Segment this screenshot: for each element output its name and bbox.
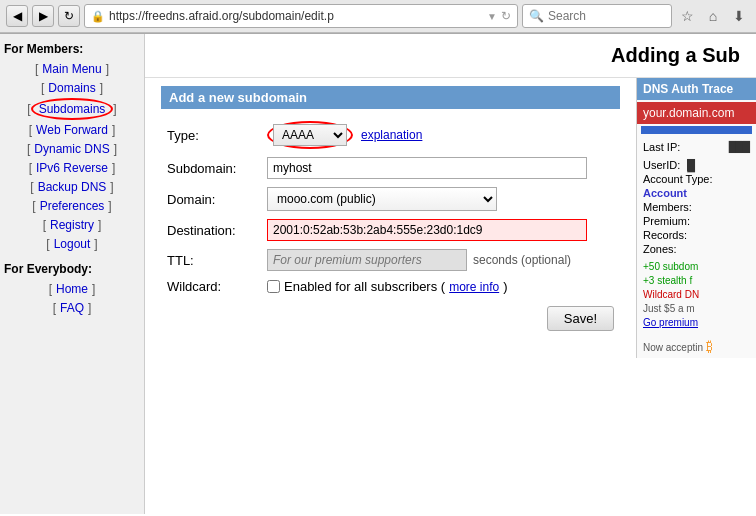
sidebar-item-domains[interactable]: Domains	[44, 79, 99, 97]
wildcard-more-info-link[interactable]: more info	[449, 280, 499, 294]
type-select-circle: AAAA A CNAME MX NS TXT	[267, 121, 353, 149]
ttl-input[interactable]	[267, 249, 467, 271]
reload-button[interactable]: ↻	[58, 5, 80, 27]
right-panel: DNS Auth Trace your.domain.com Last IP: …	[636, 78, 756, 358]
explanation-link[interactable]: explanation	[361, 128, 422, 142]
sidebar-item-dynamic-dns[interactable]: Dynamic DNS	[30, 140, 113, 158]
dns-domain-box: your.domain.com	[637, 102, 756, 124]
sidebar-item-ipv6-reverse[interactable]: IPv6 Reverse	[32, 159, 112, 177]
dropdown-icon: ▼	[487, 11, 497, 22]
bitcoin-icon: ₿	[706, 338, 713, 354]
main-body: Add a new subdomain Type: AAAA A CNAME	[145, 78, 756, 358]
records-row: Records:	[637, 228, 756, 242]
dns-bar	[641, 126, 752, 134]
type-select[interactable]: AAAA A CNAME MX NS TXT	[273, 124, 347, 146]
wildcard-row: Wildcard: Enabled for all subscribers (m…	[161, 275, 620, 298]
sidebar-row-registry: [ Registry ]	[4, 216, 140, 234]
dns-auth-title: DNS Auth Trace	[637, 78, 756, 100]
members-section-title: For Members:	[4, 42, 140, 56]
bookmark-star-icon[interactable]: ☆	[676, 5, 698, 27]
sidebar-item-registry[interactable]: Registry	[46, 216, 98, 234]
promo-line-1: +3 stealth f	[643, 274, 750, 288]
home-icon[interactable]: ⌂	[702, 5, 724, 27]
sidebar-row-logout: [ Logout ]	[4, 235, 140, 253]
destination-row: Destination:	[161, 215, 620, 245]
type-select-wrapper: AAAA A CNAME MX NS TXT explanation	[267, 121, 614, 149]
address-text: https://freedns.afraid.org/subdomain/edi…	[109, 9, 483, 23]
sidebar-item-main-menu[interactable]: Main Menu	[38, 60, 105, 78]
sidebar-item-backup-dns[interactable]: Backup DNS	[34, 178, 111, 196]
subdomain-label: Subdomain:	[161, 153, 261, 183]
bitcoin-text: Now acceptin	[643, 342, 703, 353]
sidebar-item-subdomains[interactable]: Subdomains	[31, 98, 114, 120]
members-row: Members:	[637, 200, 756, 214]
promo-line-2: Wildcard DN	[643, 288, 750, 302]
bitcoin-notice: Now acceptin ₿	[637, 334, 756, 358]
subdomain-row: Subdomain:	[161, 153, 620, 183]
search-bar[interactable]: 🔍	[522, 4, 672, 28]
zones-label: Zones:	[643, 243, 677, 255]
account-type-label: Account Type:	[643, 173, 713, 185]
sidebar-item-home[interactable]: Home	[52, 280, 92, 298]
sidebar-item-web-forward[interactable]: Web Forward	[32, 121, 112, 139]
destination-label: Destination:	[161, 215, 261, 245]
form-table: Type: AAAA A CNAME MX NS	[161, 117, 620, 298]
domain-select[interactable]: mooo.com (public)	[267, 187, 497, 211]
lock-icon: 🔒	[91, 10, 105, 23]
userid-row: UserID: █	[637, 158, 756, 172]
save-btn-row: Save!	[161, 298, 620, 339]
userid-value: █	[687, 159, 695, 171]
sidebar-row-ipv6-reverse: [ IPv6 Reverse ]	[4, 159, 140, 177]
save-button[interactable]: Save!	[547, 306, 614, 331]
sidebar: For Members: [ Main Menu ] [ Domains ] […	[0, 34, 145, 514]
sidebar-row-main-menu: [ Main Menu ]	[4, 60, 140, 78]
promo-line-0: +50 subdom	[643, 260, 750, 274]
form-section-title: Add a new subdomain	[161, 86, 620, 109]
sidebar-row-web-forward: [ Web Forward ]	[4, 121, 140, 139]
promo-line-4[interactable]: Go premium	[643, 316, 750, 330]
wildcard-enabled-text: Enabled for all subscribers (	[284, 279, 445, 294]
browser-toolbar: ◀ ▶ ↻ 🔒 https://freedns.afraid.org/subdo…	[0, 0, 756, 33]
address-bar[interactable]: 🔒 https://freedns.afraid.org/subdomain/e…	[84, 4, 518, 28]
search-icon: 🔍	[529, 9, 544, 23]
everybody-section-title: For Everybody:	[4, 262, 140, 276]
sidebar-item-logout[interactable]: Logout	[50, 235, 95, 253]
back-button[interactable]: ◀	[6, 5, 28, 27]
page-title: Adding a Sub	[145, 34, 756, 78]
download-icon[interactable]: ⬇	[728, 5, 750, 27]
destination-input[interactable]	[267, 219, 587, 241]
type-label: Type:	[161, 117, 261, 153]
sidebar-row-preferences: [ Preferences ]	[4, 197, 140, 215]
browser-chrome: ◀ ▶ ↻ 🔒 https://freedns.afraid.org/subdo…	[0, 0, 756, 34]
sidebar-item-preferences[interactable]: Preferences	[36, 197, 109, 215]
sidebar-row-faq: [ FAQ ]	[4, 299, 140, 317]
zones-row: Zones:	[637, 242, 756, 256]
right-panel-info: Last IP: ███	[637, 136, 756, 158]
premium-label: Premium:	[643, 215, 690, 227]
sidebar-item-faq[interactable]: FAQ	[56, 299, 88, 317]
forward-button[interactable]: ▶	[32, 5, 54, 27]
ttl-suffix: seconds (optional)	[473, 253, 571, 267]
main-content: Adding a Sub Add a new subdomain Type: A…	[145, 34, 756, 514]
account-value-row: Account	[637, 186, 756, 200]
sidebar-row-backup-dns: [ Backup DNS ]	[4, 178, 140, 196]
subdomain-input[interactable]	[267, 157, 587, 179]
account-type-row: Account Type:	[637, 172, 756, 186]
ttl-label: TTL:	[161, 245, 261, 275]
wildcard-row-content: Enabled for all subscribers (more info)	[267, 279, 614, 294]
search-input[interactable]	[548, 9, 665, 23]
toolbar-icons: ☆ ⌂ ⬇	[676, 5, 750, 27]
type-row: Type: AAAA A CNAME MX NS	[161, 117, 620, 153]
last-ip-label: Last IP:	[643, 141, 680, 153]
promo-line-3: Just $5 a m	[643, 302, 750, 316]
wildcard-label: Wildcard:	[161, 275, 261, 298]
wildcard-end: )	[503, 279, 507, 294]
wildcard-checkbox[interactable]	[267, 280, 280, 293]
userid-label: UserID:	[643, 159, 680, 171]
go-icon[interactable]: ↻	[501, 9, 511, 23]
ttl-row: TTL: seconds (optional)	[161, 245, 620, 275]
account-label: Account	[643, 187, 687, 199]
sidebar-row-home: [ Home ]	[4, 280, 140, 298]
sidebar-row-dynamic-dns: [ Dynamic DNS ]	[4, 140, 140, 158]
domain-row: Domain: mooo.com (public)	[161, 183, 620, 215]
